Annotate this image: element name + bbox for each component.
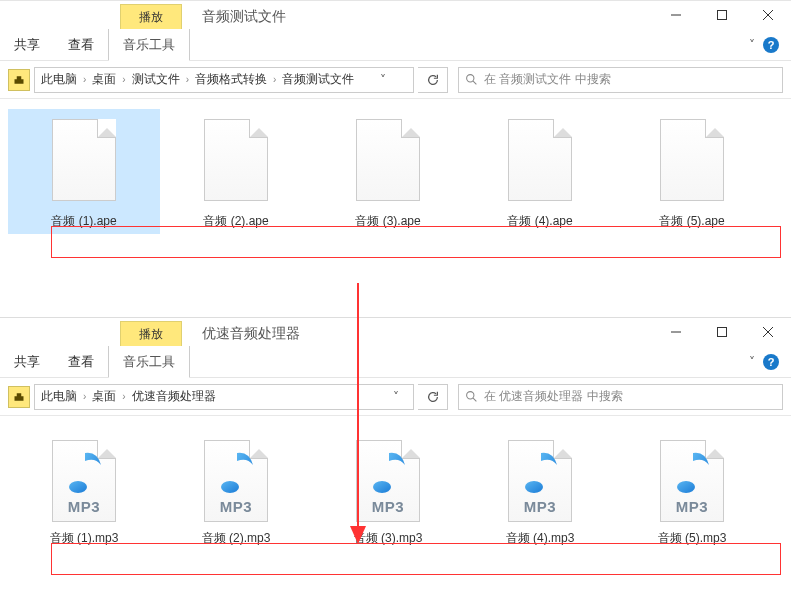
file-name-label: 音频 (1).mp3: [50, 530, 119, 547]
help-icon[interactable]: ?: [763, 37, 779, 53]
search-placeholder: 在 优速音频处理器 中搜索: [484, 388, 623, 405]
file-item[interactable]: MP3 音频 (5).mp3: [616, 426, 768, 551]
svg-point-12: [69, 481, 87, 493]
breadcrumb[interactable]: 音频测试文件: [282, 71, 354, 88]
file-icon: [504, 115, 576, 205]
tab-music-tools[interactable]: 音乐工具: [108, 29, 190, 61]
file-list-area[interactable]: 音频 (1).ape 音频 (2).ape 音频 (3).ape 音频 (4).…: [0, 99, 791, 299]
window-controls: [653, 318, 791, 346]
minimize-button[interactable]: [653, 1, 699, 29]
file-name-label: 音频 (1).ape: [51, 213, 116, 230]
chevron-right-icon: ›: [122, 391, 125, 402]
mp3-badge: MP3: [661, 498, 723, 515]
breadcrumb-box[interactable]: 此电脑› 桌面› 测试文件› 音频格式转换› 音频测试文件 ˅: [34, 67, 414, 93]
chevron-right-icon: ›: [186, 74, 189, 85]
mp3-file-icon: MP3: [352, 432, 424, 522]
breadcrumb[interactable]: 音频格式转换: [195, 71, 267, 88]
tab-view[interactable]: 查看: [54, 29, 108, 61]
file-name-label: 音频 (5).mp3: [658, 530, 727, 547]
search-input[interactable]: 在 优速音频处理器 中搜索: [458, 384, 783, 410]
breadcrumb[interactable]: 桌面: [92, 71, 116, 88]
titlebar: 播放 优速音频处理器: [0, 318, 791, 346]
svg-rect-7: [718, 328, 727, 337]
file-name-label: 音频 (2).mp3: [202, 530, 271, 547]
close-button[interactable]: [745, 1, 791, 29]
mp3-badge: MP3: [357, 498, 419, 515]
mp3-file-icon: MP3: [504, 432, 576, 522]
file-item[interactable]: MP3 音频 (1).mp3: [8, 426, 160, 551]
refresh-button[interactable]: [418, 67, 448, 93]
svg-rect-1: [718, 11, 727, 20]
refresh-button[interactable]: [418, 384, 448, 410]
breadcrumb[interactable]: 此电脑: [41, 71, 77, 88]
svg-point-14: [373, 481, 391, 493]
breadcrumb[interactable]: 桌面: [92, 388, 116, 405]
chevron-right-icon: ›: [273, 74, 276, 85]
file-item[interactable]: 音频 (2).ape: [160, 109, 312, 234]
mp3-file-icon: MP3: [200, 432, 272, 522]
window-title: 优速音频处理器: [202, 325, 300, 346]
file-icon: [352, 115, 424, 205]
file-item[interactable]: 音频 (5).ape: [616, 109, 768, 234]
file-item[interactable]: MP3 音频 (2).mp3: [160, 426, 312, 551]
search-icon: [465, 390, 478, 403]
tab-share[interactable]: 共享: [0, 29, 54, 61]
svg-line-11: [473, 398, 476, 401]
explorer-window-source: 播放 音频测试文件 共享 查看 音乐工具 ˅ ? 此电脑› 桌面› 测试文件› …: [0, 0, 791, 299]
svg-line-5: [473, 81, 476, 84]
file-item[interactable]: MP3 音频 (4).mp3: [464, 426, 616, 551]
play-context-tab[interactable]: 播放: [120, 4, 182, 29]
file-name-label: 音频 (3).ape: [355, 213, 420, 230]
mp3-badge: MP3: [509, 498, 571, 515]
mp3-file-icon: MP3: [656, 432, 728, 522]
tab-view[interactable]: 查看: [54, 346, 108, 378]
up-button[interactable]: [8, 69, 30, 91]
expand-ribbon-icon[interactable]: ˅: [749, 355, 755, 369]
file-list-area[interactable]: ˄ MP3 音频 (1).mp3 MP3 音频 (2).mp3 MP3 音频 (…: [0, 416, 791, 581]
chevron-right-icon: ›: [83, 74, 86, 85]
close-button[interactable]: [745, 318, 791, 346]
file-name-label: 音频 (2).ape: [203, 213, 268, 230]
tab-share[interactable]: 共享: [0, 346, 54, 378]
ribbon-tabs: 共享 查看 音乐工具 ˅ ?: [0, 346, 791, 378]
chevron-right-icon: ›: [83, 391, 86, 402]
svg-point-13: [221, 481, 239, 493]
search-icon: [465, 73, 478, 86]
search-input[interactable]: 在 音频测试文件 中搜索: [458, 67, 783, 93]
breadcrumb[interactable]: 优速音频处理器: [132, 388, 216, 405]
file-item[interactable]: 音频 (4).ape: [464, 109, 616, 234]
play-context-tab[interactable]: 播放: [120, 321, 182, 346]
svg-point-4: [467, 75, 474, 82]
svg-point-10: [467, 392, 474, 399]
minimize-button[interactable]: [653, 318, 699, 346]
chevron-right-icon: ›: [122, 74, 125, 85]
address-bar-row: 此电脑› 桌面› 测试文件› 音频格式转换› 音频测试文件 ˅ 在 音频测试文件…: [0, 61, 791, 99]
mp3-file-icon: MP3: [48, 432, 120, 522]
chevron-down-icon[interactable]: ˅: [380, 73, 386, 87]
chevron-down-icon[interactable]: ˅: [393, 390, 399, 404]
file-name-label: 音频 (3).mp3: [354, 530, 423, 547]
svg-point-15: [525, 481, 543, 493]
breadcrumb[interactable]: 测试文件: [132, 71, 180, 88]
file-name-label: 音频 (4).mp3: [506, 530, 575, 547]
maximize-button[interactable]: [699, 1, 745, 29]
file-icon: [656, 115, 728, 205]
ribbon-tabs: 共享 查看 音乐工具 ˅ ?: [0, 29, 791, 61]
mp3-badge: MP3: [205, 498, 267, 515]
tab-music-tools[interactable]: 音乐工具: [108, 346, 190, 378]
search-placeholder: 在 音频测试文件 中搜索: [484, 71, 611, 88]
file-icon: [48, 115, 120, 205]
up-button[interactable]: [8, 386, 30, 408]
window-controls: [653, 1, 791, 29]
breadcrumb[interactable]: 此电脑: [41, 388, 77, 405]
file-item[interactable]: 音频 (3).ape: [312, 109, 464, 234]
file-item[interactable]: MP3 音频 (3).mp3: [312, 426, 464, 551]
window-title: 音频测试文件: [202, 8, 286, 29]
maximize-button[interactable]: [699, 318, 745, 346]
file-item[interactable]: 音频 (1).ape: [8, 109, 160, 234]
svg-point-16: [677, 481, 695, 493]
mp3-badge: MP3: [53, 498, 115, 515]
help-icon[interactable]: ?: [763, 354, 779, 370]
breadcrumb-box[interactable]: 此电脑› 桌面› 优速音频处理器 ˅: [34, 384, 414, 410]
expand-ribbon-icon[interactable]: ˅: [749, 38, 755, 52]
